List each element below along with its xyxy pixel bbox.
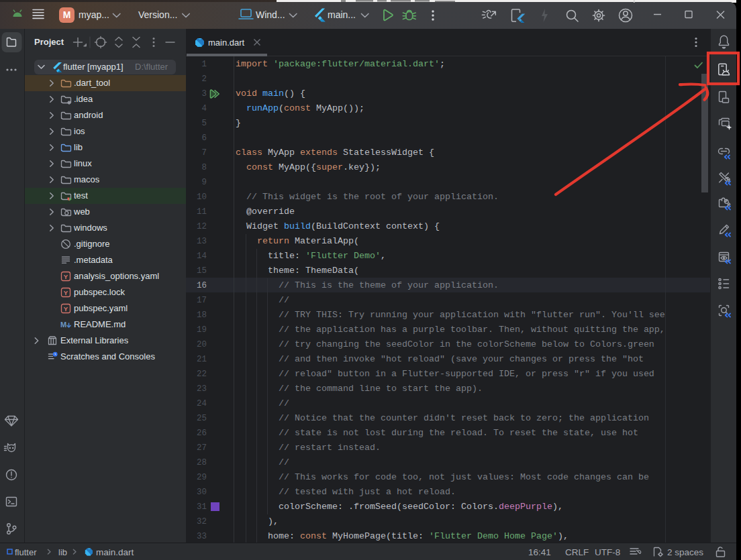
svg-text:M: M — [63, 9, 71, 20]
